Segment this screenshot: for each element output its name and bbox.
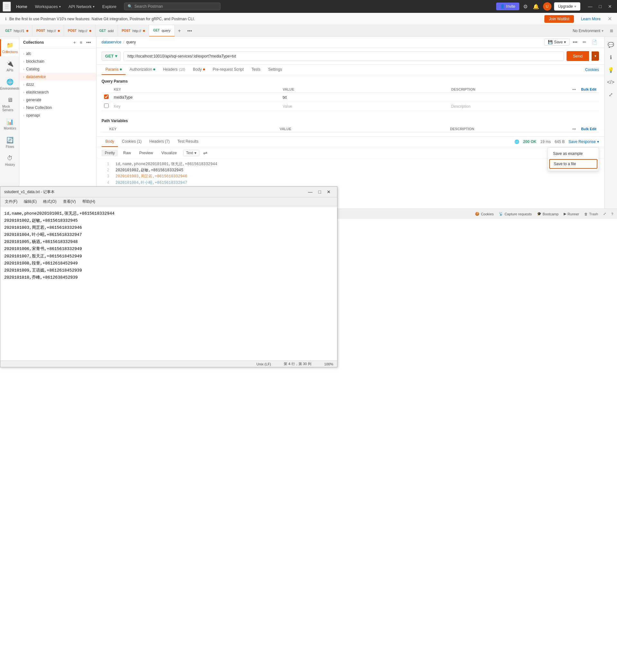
edit-button[interactable]: ✏	[581, 39, 588, 46]
tab-body[interactable]: Body	[189, 65, 209, 75]
notepad-view-menu[interactable]: 查看(V)	[60, 198, 79, 205]
resp-tab-body[interactable]: Body	[101, 137, 118, 147]
banner-close-button[interactable]: ✕	[608, 16, 612, 22]
path-bulk-edit-button[interactable]: Bulk Edit	[581, 127, 596, 131]
code-icon[interactable]: </>	[604, 77, 617, 88]
tab-post-1[interactable]: POST http://	[32, 25, 64, 37]
home-link[interactable]: Home	[13, 3, 30, 10]
param-checkbox[interactable]	[104, 94, 109, 99]
save-to-file-item[interactable]: Save to a file	[549, 159, 597, 169]
new-tab-button[interactable]: +	[175, 25, 184, 37]
notepad-file-menu[interactable]: 文件(F)	[2, 198, 21, 205]
url-input[interactable]	[124, 51, 564, 61]
menu-button[interactable]: ☰	[3, 2, 11, 12]
search-bar[interactable]: 🔍 Search Postman	[124, 3, 220, 10]
resp-tab-test-results[interactable]: Test Results	[174, 137, 202, 147]
resp-tab-headers[interactable]: Headers (7)	[146, 137, 174, 147]
notepad-format-menu[interactable]: 格式(O)	[40, 198, 59, 205]
doc-button[interactable]: 📄	[590, 39, 599, 46]
save-as-example-item[interactable]: Save as example	[548, 149, 599, 159]
tab-get-add[interactable]: GET add	[95, 25, 118, 37]
collection-item-dataservice[interactable]: › dataservice	[19, 73, 96, 81]
collection-item-generate[interactable]: › generate	[19, 96, 96, 104]
close-button[interactable]: ✕	[605, 3, 614, 10]
environment-selector[interactable]: No Environment ▾	[569, 29, 607, 33]
collection-item-afc[interactable]: › afc	[19, 50, 96, 57]
collection-item-new-collection[interactable]: › New Collection	[19, 104, 96, 111]
notepad-close-button[interactable]: ✕	[324, 189, 333, 195]
avatar-icon[interactable]: U	[543, 2, 552, 11]
sidebar-item-history[interactable]: ⏱ History	[0, 152, 19, 169]
save-button[interactable]: 💾 Save ▾	[544, 39, 570, 46]
resp-tab-cookies[interactable]: Cookies (1)	[118, 137, 145, 147]
notepad-edit-menu[interactable]: 编辑(E)	[21, 198, 40, 205]
invite-button[interactable]: 👤 Invite	[496, 3, 519, 10]
upgrade-button[interactable]: Upgrade ▾	[554, 2, 580, 11]
help-button[interactable]: ?	[611, 212, 613, 216]
collection-item-blockchain[interactable]: › blockchain	[19, 57, 96, 65]
sidebar-item-collections[interactable]: 📁 Collections	[0, 39, 19, 56]
info-panel-icon[interactable]: ℹ	[607, 52, 614, 63]
cookies-link[interactable]: Cookies	[585, 65, 599, 74]
tab-post-2[interactable]: POST http://	[64, 25, 95, 37]
collections-more-button[interactable]: •••	[85, 39, 92, 46]
tab-authorization[interactable]: Authorization	[126, 65, 159, 75]
collection-item-catalog[interactable]: › Catalog	[19, 65, 96, 73]
cookies-status-button[interactable]: 🍪 Cookies	[475, 212, 493, 216]
send-options-button[interactable]: ▾	[592, 51, 599, 61]
tab-settings[interactable]: Settings	[264, 65, 286, 75]
sidebar-item-monitors[interactable]: 📊 Monitors	[0, 116, 19, 133]
notepad-minimize-button[interactable]: —	[305, 189, 315, 195]
pretty-button[interactable]: Pretty	[101, 150, 118, 156]
tab-pre-request[interactable]: Pre-request Script	[209, 65, 248, 75]
api-network-nav[interactable]: API Network ▾	[66, 3, 97, 10]
notepad-help-menu[interactable]: 帮助(H)	[79, 198, 98, 205]
tab-params[interactable]: Params	[101, 65, 126, 75]
expand-icon[interactable]: ⤢	[606, 89, 615, 100]
collection-item-elasticsearch[interactable]: › elasticsearch	[19, 88, 96, 96]
explore-nav[interactable]: Explore	[99, 3, 119, 10]
comment-icon[interactable]: 💬	[605, 39, 617, 50]
learn-more-button[interactable]: Learn More	[577, 15, 605, 23]
sidebar-item-flows[interactable]: 🔄 Flows	[0, 134, 19, 151]
preview-button[interactable]: Preview	[136, 150, 156, 156]
add-collection-button[interactable]: +	[72, 39, 77, 46]
tab-post-3[interactable]: POST http://	[118, 25, 150, 37]
tab-headers[interactable]: Headers (10)	[159, 65, 189, 75]
lightbulb-icon[interactable]: 💡	[605, 64, 617, 75]
text-type-selector[interactable]: Text ▾	[183, 150, 199, 156]
collection-item-openapi[interactable]: › openapi	[19, 111, 96, 119]
send-button[interactable]: Send	[567, 51, 589, 61]
sidebar-item-environments[interactable]: 🌐 Environments	[0, 76, 19, 93]
tab-get-query[interactable]: GET query	[149, 25, 175, 37]
bootcamp-button[interactable]: 🎓 Bootcamp	[537, 212, 559, 216]
runner-button[interactable]: ▶ Runner	[564, 212, 579, 216]
grid-view-button[interactable]: ⊞	[607, 29, 616, 33]
collection-item-dzzz[interactable]: › dzzz	[19, 81, 96, 88]
minimize-button[interactable]: —	[586, 3, 595, 10]
notifications-icon[interactable]: 🔔	[532, 2, 541, 11]
maximize-button[interactable]: □	[596, 3, 604, 10]
raw-button[interactable]: Raw	[120, 150, 134, 156]
tab-get-1[interactable]: GET http://1	[1, 25, 32, 37]
param-checkbox[interactable]	[104, 103, 109, 108]
workspaces-nav[interactable]: Workspaces ▾	[32, 3, 63, 10]
tabs-more-button[interactable]: •••	[184, 25, 195, 37]
notepad-maximize-button[interactable]: □	[316, 189, 324, 195]
bulk-edit-button[interactable]: Bulk Edit	[581, 87, 596, 91]
trash-button[interactable]: 🗑 Trash	[584, 212, 598, 216]
breadcrumb-more-button[interactable]: •••	[571, 39, 579, 46]
method-selector[interactable]: GET ▾	[101, 51, 121, 61]
tab-tests[interactable]: Tests	[247, 65, 264, 75]
capture-requests-button[interactable]: 📡 Capture requests	[499, 212, 532, 216]
expand-status-button[interactable]: ⤢	[603, 212, 606, 216]
settings-icon[interactable]: ⚙	[522, 2, 529, 11]
filter-collections-button[interactable]: ≡	[78, 39, 83, 46]
breadcrumb-parent-link[interactable]: dataservice	[101, 40, 121, 44]
wrap-button[interactable]: ⇌	[201, 149, 209, 157]
visualize-button[interactable]: Visualize	[158, 150, 180, 156]
sidebar-item-apis[interactable]: 🔌 APIs	[0, 57, 19, 74]
save-response-button[interactable]: Save Response ▾	[569, 138, 599, 145]
join-waitlist-button[interactable]: Join Waitlist	[544, 15, 574, 23]
notepad-content[interactable]: id,name,phone2020101001,张无忌,+86156183329…	[0, 206, 337, 361]
